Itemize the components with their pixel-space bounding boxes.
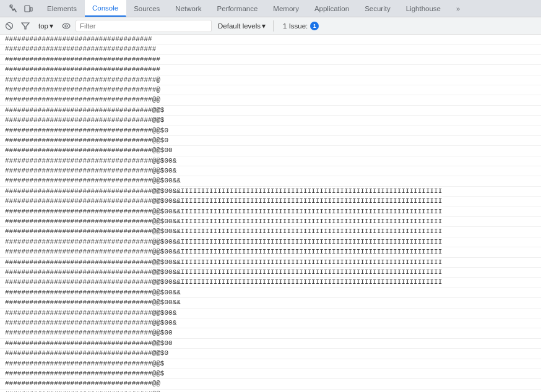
- console-line: ####################################: [0, 35, 541, 45]
- issues-count-badge: 1: [310, 22, 319, 30]
- tab-more[interactable]: »: [449, 0, 468, 17]
- issues-button[interactable]: 1 Issue: 1: [277, 20, 324, 32]
- console-line: ####################################@@$0…: [0, 156, 541, 166]
- console-toolbar: top ▾ Default levels ▾ 1 Issue: 1: [0, 17, 541, 35]
- console-line: ####################################@@$0: [0, 349, 541, 359]
- console-line: #####################################: [0, 45, 541, 54]
- toolbar-divider: [273, 20, 274, 32]
- filter-icon-button[interactable]: [19, 19, 32, 33]
- console-line: ####################################@@$0: [0, 126, 541, 136]
- console-line: ####################################@@$0…: [0, 278, 541, 288]
- tab-network[interactable]: Network: [168, 0, 209, 17]
- console-line: ####################################@@$0…: [0, 328, 541, 338]
- tab-lighthouse[interactable]: Lighthouse: [399, 0, 449, 17]
- console-line: ####################################@@$0…: [0, 247, 541, 257]
- console-line: ####################################@@: [0, 390, 541, 392]
- filter-input[interactable]: [76, 20, 212, 32]
- tab-console[interactable]: Console: [85, 0, 126, 17]
- svg-rect-2: [30, 7, 32, 11]
- console-line: ####################################@@: [0, 95, 541, 105]
- console-line: ######################################: [0, 65, 541, 75]
- svg-point-6: [63, 23, 70, 28]
- devtools-icon-buttons: [2, 0, 40, 17]
- device-toggle-icon[interactable]: [21, 1, 36, 16]
- inspect-icon[interactable]: [6, 1, 21, 16]
- svg-point-7: [65, 25, 67, 27]
- console-output[interactable]: ########################################…: [0, 35, 541, 392]
- tab-memory[interactable]: Memory: [266, 0, 307, 17]
- svg-line-4: [7, 23, 12, 28]
- context-dropdown[interactable]: top ▾: [35, 20, 57, 32]
- console-line: ####################################@@$0…: [0, 309, 541, 318]
- console-line: ####################################@@$: [0, 369, 541, 379]
- console-line: ####################################@@: [0, 379, 541, 389]
- tab-application[interactable]: Application: [307, 0, 357, 17]
- console-line: ####################################@@$0…: [0, 166, 541, 176]
- console-line: ####################################@@$: [0, 106, 541, 116]
- console-line: ######################################: [0, 55, 541, 65]
- console-line: ####################################@@$0…: [0, 187, 541, 197]
- tab-security[interactable]: Security: [357, 0, 399, 17]
- tab-elements[interactable]: Elements: [40, 0, 85, 17]
- live-expressions-button[interactable]: [59, 19, 73, 33]
- console-line: ####################################@@$0…: [0, 288, 541, 298]
- console-line: #####################################@: [0, 75, 541, 85]
- console-line: ####################################@@$0…: [0, 268, 541, 278]
- console-line: #####################################@: [0, 85, 541, 95]
- console-line: ####################################@@$0…: [0, 197, 541, 207]
- console-line: ####################################@@$0…: [0, 339, 541, 349]
- devtools-tab-bar: Elements Console Sources Network Perform…: [0, 0, 541, 17]
- console-line: ####################################@@$0…: [0, 146, 541, 156]
- console-line: ####################################@@$: [0, 359, 541, 369]
- console-line: ####################################@@$0…: [0, 298, 541, 308]
- console-line: ####################################@@$0…: [0, 207, 541, 217]
- svg-marker-5: [22, 23, 29, 29]
- console-line: ####################################@@$0…: [0, 227, 541, 237]
- svg-rect-1: [25, 6, 30, 12]
- console-line: ####################################@@$0…: [0, 258, 541, 268]
- clear-console-button[interactable]: [2, 19, 16, 33]
- console-line: ####################################@@$0…: [0, 318, 541, 328]
- tab-sources[interactable]: Sources: [126, 0, 168, 17]
- console-line: ####################################@@$: [0, 116, 541, 126]
- console-line: ####################################@@$0…: [0, 237, 541, 247]
- tab-performance[interactable]: Performance: [210, 0, 266, 17]
- log-levels-dropdown[interactable]: Default levels ▾: [214, 20, 269, 32]
- console-line: ####################################@@$0…: [0, 217, 541, 227]
- console-line: ####################################@@$0: [0, 136, 541, 146]
- console-line: ####################################@@$0…: [0, 176, 541, 186]
